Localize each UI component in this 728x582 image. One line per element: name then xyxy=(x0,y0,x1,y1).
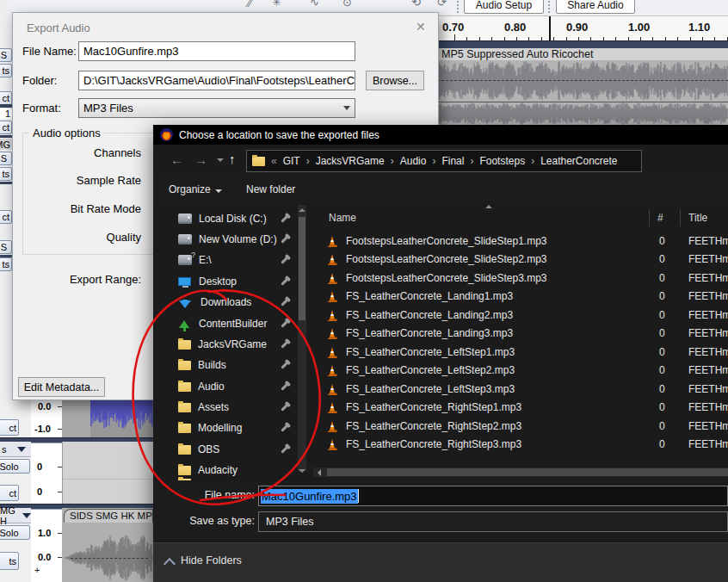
track1-selected-region[interactable] xyxy=(90,399,153,437)
scroll-up-icon[interactable] xyxy=(299,208,305,212)
filename-input[interactable]: Mac10Gunfire.mp3 xyxy=(258,486,728,506)
share-audio-button[interactable]: Share Audio xyxy=(556,0,635,14)
cropped-effects-button2[interactable]: ts xyxy=(0,167,12,181)
cropped-select-button2[interactable]: ct xyxy=(0,121,12,134)
track1-titlebar[interactable]: MP5 Suppressed Auto Ricochet xyxy=(437,48,728,61)
scrollbar-thumb[interactable] xyxy=(299,217,305,320)
file-row[interactable]: FS_LeatherConcrete_LeftStep3.mp30FEETHm xyxy=(313,381,728,399)
sidebar-item-new-volume-d[interactable]: New Volume (D:) xyxy=(153,230,298,249)
breadcrumb-item[interactable]: Footsteps xyxy=(479,155,525,167)
cropped-select-button3[interactable]: ct xyxy=(0,210,12,224)
save-dialog-titlebar[interactable]: Choose a location to save the exported f… xyxy=(153,125,728,145)
file-row[interactable]: FS_LeatherConcrete_LeftStep2.mp30FEETHm xyxy=(313,362,728,380)
zoom-tool-icon[interactable]: ⊙ xyxy=(342,0,352,9)
browse-button[interactable]: Browse... xyxy=(366,71,424,90)
track1-cropped-button[interactable]: ct xyxy=(0,419,19,436)
breadcrumb-prefix[interactable]: « xyxy=(271,155,277,167)
sidebar-item-obs[interactable]: OBS xyxy=(153,440,298,459)
track3-clip-title[interactable]: SIDS SMG HK MP xyxy=(64,509,153,523)
column-header-title[interactable]: Title xyxy=(688,212,707,224)
envelope-tool-icon[interactable]: ∿ xyxy=(310,0,319,9)
file-row[interactable]: FS_LeatherConcrete_Landing1.mp30FEETHm xyxy=(313,288,728,306)
track2-menu-icon[interactable] xyxy=(17,447,26,452)
audio-options-label: Audio options xyxy=(29,127,104,139)
audio-setup-button[interactable]: Audio Setup xyxy=(464,0,544,14)
scroll-down-icon[interactable] xyxy=(299,469,305,473)
sidebar-item-jacksvrgame[interactable]: JacksVRGame xyxy=(153,335,298,354)
sidebar-item-modelling[interactable]: Modelling xyxy=(153,418,298,437)
track3-menu-icon[interactable] xyxy=(22,513,31,518)
cropped-select-button[interactable]: ct xyxy=(0,91,12,105)
breadcrumb-item[interactable]: Audio xyxy=(400,155,427,167)
cropped-effects-button3[interactable]: ts xyxy=(0,257,12,271)
cropped-solo-button3[interactable]: S xyxy=(0,240,12,254)
breadcrumb-item[interactable]: Final xyxy=(441,155,464,167)
column-header-name[interactable]: Name xyxy=(329,212,356,224)
toolbar-grip2[interactable] xyxy=(548,1,554,13)
address-bar[interactable]: « GIT › JacksVRGame › Audio › Final › Fo… xyxy=(246,150,642,172)
track3-header[interactable]: MG H xyxy=(0,508,31,523)
column-header-count[interactable]: # xyxy=(657,212,663,224)
horizontal-scrollbar[interactable] xyxy=(313,467,728,477)
forward-icon[interactable]: → xyxy=(194,152,207,167)
sidebar-item-downloads[interactable]: Downloads xyxy=(153,293,298,312)
track2-wave-bg[interactable] xyxy=(62,442,154,504)
track2-cropped-button[interactable]: ct xyxy=(0,485,19,501)
file-row[interactable]: FS_LeatherConcrete_RightStep2.mp30FEETHm xyxy=(313,418,728,436)
file-row[interactable]: FootstepsLeatherConcrete_SlideStep3.mp30… xyxy=(313,270,728,288)
breadcrumb-item[interactable]: LeatherConcrete xyxy=(540,155,617,167)
undo-icon[interactable]: ⟲ xyxy=(411,0,421,9)
edit-metadata-button[interactable]: Edit Metadata... xyxy=(18,377,105,397)
playhead-cursor[interactable] xyxy=(549,16,551,41)
track2-header[interactable]: s xyxy=(0,442,31,457)
sidebar-item-builds[interactable]: Builds xyxy=(153,356,298,375)
column-resizer[interactable] xyxy=(649,209,650,226)
folder-input[interactable]: D:\GIT\JacksVRGame\Audio\Final\Footsteps… xyxy=(78,71,355,90)
sidebar-item-desktop[interactable]: Desktop xyxy=(153,272,298,291)
toolbar-grip[interactable] xyxy=(457,1,463,13)
breadcrumb-item[interactable]: JacksVRGame xyxy=(316,155,385,167)
file-row[interactable]: FS_LeatherConcrete_Landing2.mp30FEETHm xyxy=(313,307,728,325)
file-row[interactable]: FootstepsLeatherConcrete_SlideStep1.mp30… xyxy=(313,233,728,251)
draw-tool-icon[interactable]: ⁄⁄ xyxy=(248,0,251,9)
file-row[interactable]: FootstepsLeatherConcrete_SlideStep2.mp30… xyxy=(313,251,728,269)
track3-cropped-button[interactable]: ts xyxy=(0,552,19,570)
recent-locations-icon[interactable] xyxy=(217,158,224,162)
file-name-input[interactable]: Mac10Gunfire.mp3 xyxy=(78,41,355,61)
sort-ascending-icon[interactable] xyxy=(485,205,492,208)
organize-button[interactable]: Organize xyxy=(169,183,211,195)
save-type-combo[interactable]: MP3 Files xyxy=(258,511,728,532)
sidebar-item-audacity[interactable]: Audacity xyxy=(153,461,298,480)
file-row[interactable]: FS_LeatherConcrete_Landing3.mp30FEETHm xyxy=(313,325,728,343)
hide-folders-button[interactable]: Hide Folders xyxy=(181,554,242,567)
breadcrumb-item[interactable]: GIT xyxy=(283,155,300,167)
back-icon[interactable]: ← xyxy=(170,152,183,167)
cropped-effects-button[interactable]: ts xyxy=(0,64,12,77)
track2-solo-button[interactable]: Solo xyxy=(0,459,30,474)
file-row[interactable]: FS_LeatherConcrete_RightStep3.mp30FEETHm xyxy=(313,436,728,454)
track3-gain-plus[interactable]: + xyxy=(34,565,40,575)
format-select[interactable]: MP3 Files xyxy=(78,98,355,118)
sidebar-item-contentbuilder[interactable]: ContentBuilder xyxy=(153,314,298,333)
multi-tool-icon[interactable]: ✳ xyxy=(272,0,281,9)
track3-solo-button[interactable]: Solo xyxy=(0,525,30,540)
sidebar-scrollbar[interactable] xyxy=(298,205,306,472)
organize-dropdown-icon[interactable] xyxy=(215,189,222,193)
track3-wave-bg[interactable]: SIDS SMG HK MP xyxy=(62,508,153,582)
redo-icon[interactable]: ⟳ xyxy=(437,0,447,9)
hscrollbar-thumb[interactable] xyxy=(327,468,728,476)
file-row[interactable]: FS_LeatherConcrete_LeftStep1.mp30FEETHm xyxy=(313,344,728,362)
new-folder-button[interactable]: New folder xyxy=(246,183,295,195)
scroll-left-icon[interactable] xyxy=(318,469,321,476)
cropped-solo-button[interactable]: S xyxy=(0,48,12,62)
up-icon[interactable]: ↑ xyxy=(229,152,236,166)
close-icon[interactable]: ✕ xyxy=(416,20,426,34)
sidebar-item-assets[interactable]: Assets xyxy=(153,398,298,417)
sidebar-item-local-disk-c[interactable]: Local Disk (C:) xyxy=(153,209,298,228)
column-resizer[interactable] xyxy=(680,209,681,226)
file-row[interactable]: FS_LeatherConcrete_RightStep1.mp30FEETHm xyxy=(313,399,728,417)
track1-waveform-area[interactable] xyxy=(437,60,728,125)
sidebar-item-e-drive[interactable]: ?E:\ xyxy=(153,251,298,269)
cropped-solo-button2[interactable]: S xyxy=(0,152,12,165)
sidebar-item-audio[interactable]: Audio xyxy=(153,377,298,396)
